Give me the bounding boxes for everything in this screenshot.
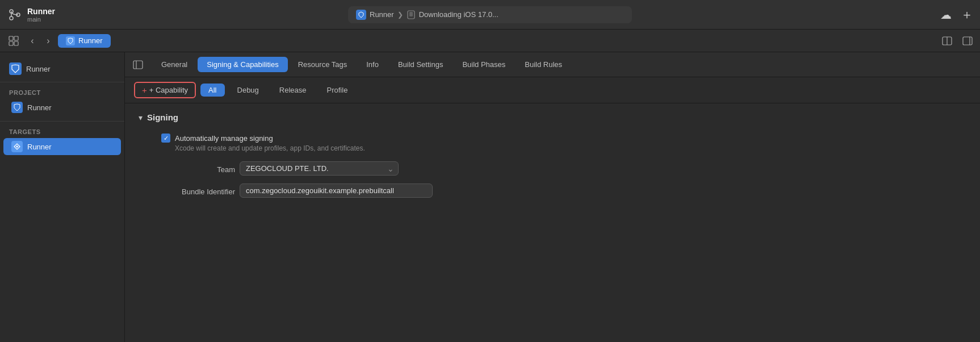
breadcrumb-project: Runner bbox=[370, 10, 394, 19]
team-label: Team bbox=[161, 163, 235, 174]
sidebar-item-project-runner[interactable]: Runner bbox=[3, 99, 121, 116]
titlebar: Runner main Runner ❯ Downloading iOS 17.… bbox=[0, 0, 980, 30]
bundle-id-input[interactable] bbox=[240, 183, 433, 198]
filter-release-button[interactable]: Release bbox=[271, 84, 315, 97]
svg-rect-10 bbox=[9, 41, 13, 45]
tab-resource-tags[interactable]: Resource Tags bbox=[289, 57, 356, 72]
svg-rect-8 bbox=[9, 36, 13, 40]
team-select[interactable]: ZEGOCLOUD PTE. LTD. bbox=[240, 161, 399, 176]
sidebar-project-name: Runner bbox=[26, 65, 51, 73]
tab-info[interactable]: Info bbox=[357, 57, 388, 72]
svg-rect-7 bbox=[409, 12, 413, 16]
auto-manage-checkbox-line: ✓ Automatically manage signing bbox=[161, 134, 536, 143]
sidebar: Runner PROJECT Runner TARGETS Runner bbox=[0, 52, 125, 342]
breadcrumb-status: Downloading iOS 17.0... bbox=[419, 10, 499, 19]
filter-profile-button[interactable]: Profile bbox=[319, 84, 356, 97]
sidebar-target-icon bbox=[11, 141, 23, 152]
split-view-button[interactable] bbox=[939, 33, 955, 49]
svg-point-2 bbox=[10, 16, 13, 20]
navigator-toggle-button[interactable] bbox=[5, 33, 23, 49]
app-icon bbox=[7, 7, 23, 23]
breadcrumb-bar: Runner ❯ Downloading iOS 17.0... bbox=[348, 6, 632, 23]
add-capability-button[interactable]: + + Capability bbox=[134, 82, 196, 98]
forward-button[interactable]: › bbox=[41, 34, 56, 48]
app-title-block: Runner main bbox=[27, 7, 55, 23]
auto-manage-label: Automatically manage signing bbox=[175, 134, 273, 143]
filter-all-button[interactable]: All bbox=[200, 84, 224, 97]
team-row: Team ZEGOCLOUD PTE. LTD. bbox=[161, 161, 536, 176]
main-content: ▾ Signing ✓ Automatically manage signing… bbox=[125, 103, 980, 342]
inspector-toggle-button[interactable] bbox=[960, 33, 975, 49]
auto-manage-description: Xcode will create and update profiles, a… bbox=[175, 144, 536, 152]
project-section-label: PROJECT bbox=[0, 87, 124, 98]
split-icon bbox=[942, 36, 952, 46]
active-tab-label: Runner bbox=[78, 36, 103, 45]
breadcrumb-runner-icon bbox=[356, 10, 366, 20]
titlebar-right: ☁ ＋ bbox=[894, 6, 973, 23]
signing-section-title: Signing bbox=[147, 112, 178, 122]
sidebar-toggle-button[interactable] bbox=[129, 57, 146, 73]
auto-manage-checkbox[interactable]: ✓ bbox=[161, 134, 170, 143]
team-select-wrapper[interactable]: ZEGOCLOUD PTE. LTD. bbox=[240, 161, 399, 176]
svg-rect-11 bbox=[14, 41, 18, 45]
cloud-icon: ☁ bbox=[940, 8, 952, 22]
add-button[interactable]: ＋ bbox=[961, 6, 973, 23]
section-chevron-icon: ▾ bbox=[139, 113, 143, 122]
app-identity: Runner main bbox=[7, 7, 86, 23]
bundle-id-label: Bundle Identifier bbox=[161, 185, 235, 196]
signing-section-header: ▾ Signing bbox=[139, 112, 966, 122]
sidebar-divider-1 bbox=[0, 82, 124, 82]
bundle-id-row: Bundle Identifier bbox=[161, 183, 536, 198]
svg-rect-14 bbox=[963, 37, 972, 45]
app-subtitle: main bbox=[27, 16, 55, 23]
targets-section-label: TARGETS bbox=[0, 126, 124, 137]
nav-buttons: ‹ › bbox=[25, 34, 56, 48]
sidebar-toggle-icon bbox=[133, 60, 143, 70]
svg-rect-9 bbox=[14, 36, 18, 40]
signing-form: ✓ Automatically manage signing Xcode wil… bbox=[139, 134, 536, 198]
tab-signing-capabilities[interactable]: Signing & Capabilities bbox=[198, 57, 287, 72]
breadcrumb-chevron-icon: ❯ bbox=[397, 11, 403, 19]
sidebar-item-target-runner[interactable]: Runner bbox=[3, 138, 121, 155]
content-area: General Signing & Capabilities Resource … bbox=[125, 52, 980, 342]
svg-rect-16 bbox=[133, 61, 143, 69]
tab-build-phases[interactable]: Build Phases bbox=[453, 57, 514, 72]
tab-build-rules[interactable]: Build Rules bbox=[516, 57, 571, 72]
capability-toolbar: + + Capability All Debug Release Profile bbox=[125, 77, 980, 103]
sidebar-project-label: Runner bbox=[27, 103, 52, 112]
auto-manage-row: ✓ Automatically manage signing Xcode wil… bbox=[161, 134, 536, 152]
active-file-tab[interactable]: Runner bbox=[58, 34, 111, 48]
toolbar: ‹ › Runner bbox=[0, 30, 980, 52]
sidebar-project-icon bbox=[11, 102, 23, 113]
inspector-icon bbox=[962, 36, 973, 46]
grid-icon bbox=[9, 36, 19, 46]
capability-btn-label: + Capability bbox=[149, 86, 188, 94]
toolbar-right-icons bbox=[939, 33, 975, 49]
tab-general[interactable]: General bbox=[152, 57, 196, 72]
filter-debug-button[interactable]: Debug bbox=[229, 84, 267, 97]
active-tab-icon bbox=[66, 36, 75, 45]
main-layout: Runner PROJECT Runner TARGETS Runner bbox=[0, 52, 980, 342]
sidebar-runner-app-icon bbox=[9, 62, 22, 75]
tab-build-settings[interactable]: Build Settings bbox=[389, 57, 453, 72]
titlebar-center: Runner ❯ Downloading iOS 17.0... bbox=[86, 6, 894, 23]
sidebar-divider-2 bbox=[0, 121, 124, 122]
app-name: Runner bbox=[27, 7, 55, 16]
simulator-icon bbox=[407, 10, 416, 19]
sidebar-target-label: Runner bbox=[27, 143, 52, 151]
plus-icon: + bbox=[142, 85, 147, 95]
back-button[interactable]: ‹ bbox=[25, 34, 40, 48]
sidebar-project-header: Runner bbox=[0, 59, 124, 77]
tab-bar: General Signing & Capabilities Resource … bbox=[125, 52, 980, 77]
